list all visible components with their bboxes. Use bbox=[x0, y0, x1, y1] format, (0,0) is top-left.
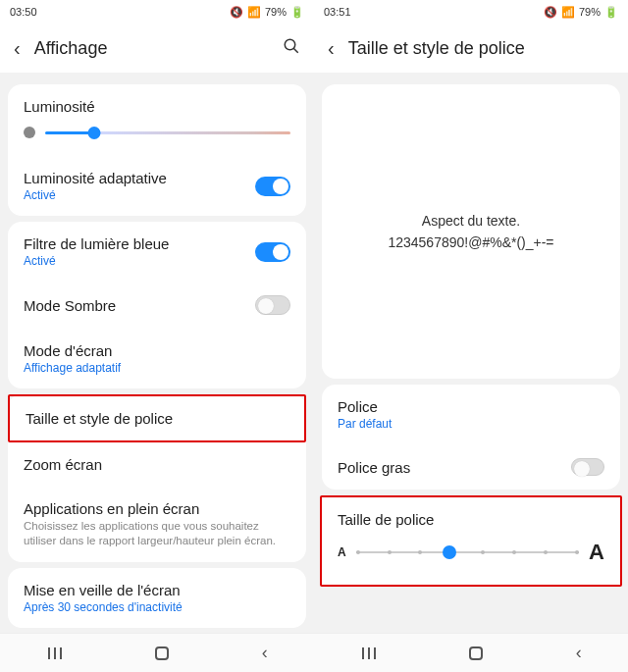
status-bar: 03:50 🔇 📶 79% 🔋 bbox=[0, 0, 314, 24]
adaptive-sub: Activé bbox=[24, 188, 255, 202]
font-card: Police Par défaut Police gras bbox=[322, 385, 620, 490]
fontsize-card: Taille de police A A bbox=[320, 495, 622, 587]
back-button[interactable]: ‹ bbox=[576, 643, 582, 663]
fontsize-label: Taille de police bbox=[338, 511, 604, 528]
zoom-row[interactable]: Zoom écran bbox=[8, 442, 306, 487]
nav-bar: ‹ bbox=[0, 633, 314, 672]
svg-point-0 bbox=[285, 39, 295, 50]
fontsize-thumb[interactable] bbox=[443, 545, 456, 559]
sleep-row[interactable]: Mise en veille de l'écran Après 30 secon… bbox=[8, 568, 306, 628]
darkmode-label: Mode Sombre bbox=[24, 297, 255, 314]
zoom-label: Zoom écran bbox=[24, 456, 290, 473]
slider-thumb[interactable] bbox=[88, 127, 101, 139]
bold-label: Police gras bbox=[338, 459, 571, 476]
status-bar: 03:51 🔇 📶 79% 🔋 bbox=[314, 0, 628, 24]
screenmode-row[interactable]: Mode d'écran Affichage adaptatif bbox=[8, 329, 306, 388]
page-title: Affichage bbox=[34, 38, 269, 59]
screenmode-sub: Affichage adaptatif bbox=[24, 361, 290, 375]
screen-font-settings: 03:51 🔇 📶 79% 🔋 ‹ Taille et style de pol… bbox=[314, 0, 628, 672]
fontsize-slider[interactable]: A A bbox=[338, 540, 604, 565]
mute-icon: 🔇 bbox=[230, 6, 243, 19]
status-time: 03:51 bbox=[324, 6, 351, 18]
signal-icon: 📶 bbox=[247, 6, 261, 19]
bluelight-label: Filtre de lumière bleue bbox=[24, 235, 255, 252]
battery-icon: 🔋 bbox=[290, 6, 304, 19]
fontsize-track[interactable] bbox=[356, 551, 579, 553]
darkmode-toggle[interactable] bbox=[255, 295, 290, 315]
text-preview-card: Aspect du texte. 1234567890!@#%&*()_+-= bbox=[322, 84, 620, 379]
adaptive-label: Luminosité adaptative bbox=[24, 170, 255, 186]
mute-icon: 🔇 bbox=[544, 6, 557, 19]
fullscreen-sub: Choisissez les applications que vous sou… bbox=[24, 519, 290, 548]
bold-row[interactable]: Police gras bbox=[322, 444, 620, 490]
display-card-3: Taille et style de police Zoom écran App… bbox=[8, 394, 306, 562]
fullscreen-label: Applications en plein écran bbox=[24, 500, 290, 517]
fontstyle-label: Taille et style de police bbox=[26, 410, 288, 427]
darkmode-row[interactable]: Mode Sombre bbox=[8, 282, 306, 329]
brightness-label: Luminosité bbox=[24, 98, 290, 115]
screenmode-label: Mode d'écran bbox=[24, 342, 290, 359]
back-button[interactable]: ‹ bbox=[262, 643, 268, 663]
back-icon[interactable]: ‹ bbox=[328, 37, 335, 60]
bold-toggle[interactable] bbox=[571, 458, 604, 476]
page-title: Taille et style de police bbox=[348, 38, 614, 59]
brightness-slider[interactable] bbox=[24, 127, 290, 138]
signal-icon: 📶 bbox=[561, 6, 575, 19]
content: Aspect du texte. 1234567890!@#%&*()_+-= … bbox=[314, 73, 628, 633]
fontsize-large-a: A bbox=[589, 540, 604, 565]
nav-bar: ‹ bbox=[314, 633, 628, 672]
svg-line-1 bbox=[293, 48, 298, 53]
back-icon[interactable]: ‹ bbox=[14, 37, 21, 60]
content: Luminosité Luminosité adaptative Activé … bbox=[0, 73, 314, 633]
header: ‹ Taille et style de police bbox=[314, 24, 628, 73]
recents-button[interactable] bbox=[46, 652, 62, 654]
recents-button[interactable] bbox=[360, 652, 376, 654]
search-icon[interactable] bbox=[283, 37, 300, 60]
battery-percent: 79% bbox=[265, 6, 287, 18]
status-right: 🔇 📶 79% 🔋 bbox=[544, 6, 618, 19]
bluelight-toggle[interactable] bbox=[255, 242, 290, 262]
slider-track[interactable] bbox=[45, 131, 290, 134]
font-style-row[interactable]: Taille et style de police bbox=[8, 394, 306, 442]
status-right: 🔇 📶 79% 🔋 bbox=[230, 6, 304, 19]
brightness-card: Luminosité Luminosité adaptative Activé bbox=[8, 84, 306, 216]
home-button[interactable] bbox=[469, 646, 483, 660]
font-sub: Par défaut bbox=[338, 417, 604, 431]
preview-line1: Aspect du texte. bbox=[422, 210, 520, 232]
battery-percent: 79% bbox=[579, 6, 601, 18]
bluelight-row[interactable]: Filtre de lumière bleue Activé bbox=[8, 222, 306, 282]
fullscreen-row[interactable]: Applications en plein écran Choisissez l… bbox=[8, 487, 306, 562]
home-button[interactable] bbox=[155, 646, 169, 660]
font-row[interactable]: Police Par défaut bbox=[322, 385, 620, 444]
screen-display-settings: 03:50 🔇 📶 79% 🔋 ‹ Affichage Luminosité bbox=[0, 0, 314, 672]
font-label: Police bbox=[338, 398, 604, 415]
fontsize-small-a: A bbox=[338, 545, 346, 559]
status-time: 03:50 bbox=[10, 6, 37, 18]
header: ‹ Affichage bbox=[0, 24, 314, 73]
battery-icon: 🔋 bbox=[604, 6, 618, 19]
brightness-section: Luminosité bbox=[8, 84, 306, 156]
adaptive-brightness-row[interactable]: Luminosité adaptative Activé bbox=[8, 156, 306, 216]
sun-icon bbox=[24, 127, 35, 138]
preview-line2: 1234567890!@#%&*()_+-= bbox=[388, 232, 553, 253]
bluelight-sub: Activé bbox=[24, 254, 255, 268]
display-card-4: Mise en veille de l'écran Après 30 secon… bbox=[8, 568, 306, 628]
sleep-label: Mise en veille de l'écran bbox=[24, 582, 290, 598]
display-card-2: Filtre de lumière bleue Activé Mode Somb… bbox=[8, 222, 306, 388]
sleep-sub: Après 30 secondes d'inactivité bbox=[24, 600, 290, 614]
adaptive-toggle[interactable] bbox=[255, 177, 290, 196]
